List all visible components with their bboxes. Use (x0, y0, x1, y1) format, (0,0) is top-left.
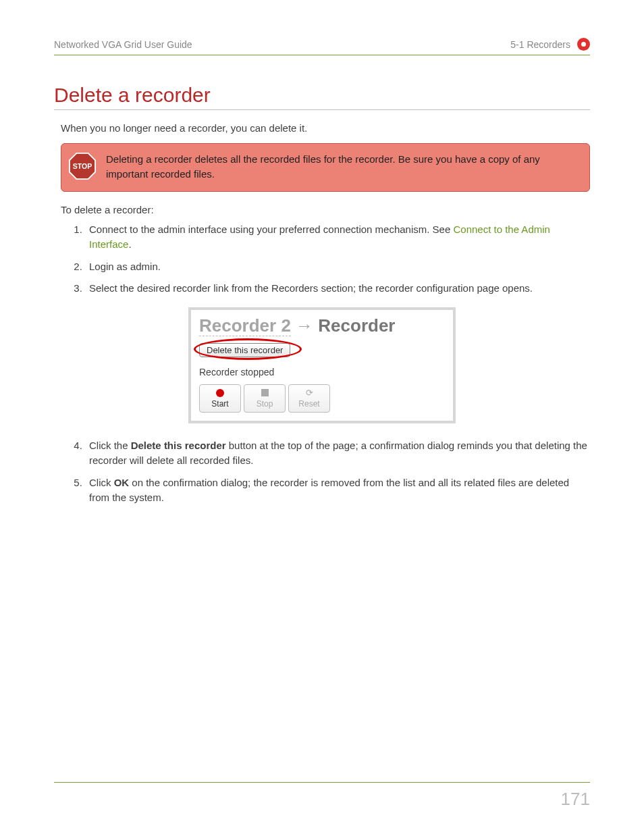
start-button[interactable]: Start (199, 384, 241, 413)
step-2: Login as admin. (85, 259, 590, 275)
record-icon (216, 388, 224, 398)
step-5-text-b: on the confirmation dialog; the recorder… (89, 477, 569, 504)
brand-logo-icon (577, 38, 590, 51)
recorder-status: Recorder stopped (199, 367, 441, 377)
step-1-text-a: Connect to the admin interface using you… (89, 224, 453, 235)
arrow-right-icon: → (296, 315, 313, 336)
page-title: Delete a recorder (54, 84, 590, 110)
page-number: 171 (561, 789, 590, 810)
header-left: Networked VGA Grid User Guide (54, 39, 192, 50)
procedure-list: Connect to the admin interface using you… (85, 222, 590, 296)
header-right: 5-1 Recorders (510, 39, 570, 50)
breadcrumb-part-2: Recorder (318, 315, 395, 336)
start-label: Start (211, 399, 228, 409)
step-4-text-a: Click the (89, 440, 131, 451)
warning-callout: STOP Deleting a recorder deletes all the… (61, 143, 590, 192)
warning-text: Deleting a recorder deletes all the reco… (106, 152, 579, 182)
step-1-text-b: . (128, 238, 131, 250)
procedure-list-continued: Click the Delete this recorder button at… (85, 438, 590, 506)
step-4-bold: Delete this recorder (131, 440, 226, 451)
delete-recorder-button[interactable]: Delete this recorder (199, 343, 290, 357)
recorder-controls: Start Stop ⟳ Reset (199, 384, 441, 413)
step-3: Select the desired recorder link from th… (85, 281, 590, 296)
procedure-lead: To delete a recorder: (61, 204, 590, 215)
reset-label: Reset (298, 399, 319, 409)
reset-icon: ⟳ (306, 388, 313, 398)
svg-text:STOP: STOP (73, 162, 92, 170)
step-5: Click OK on the confirmation dialog; the… (85, 475, 590, 506)
page-header: Networked VGA Grid User Guide 5-1 Record… (54, 38, 590, 55)
stop-label: Stop (257, 399, 273, 409)
breadcrumb-part-1: Recorder 2 (199, 315, 291, 336)
step-5-text-a: Click (89, 477, 114, 488)
stop-icon: STOP (68, 152, 97, 180)
breadcrumb: Recorder 2 → Recorder (199, 315, 441, 336)
embedded-screenshot: Recorder 2 → Recorder Delete this record… (188, 307, 456, 423)
intro-paragraph: When you no longer need a recorder, you … (61, 122, 590, 134)
step-4: Click the Delete this recorder button at… (85, 438, 590, 469)
footer-rule (54, 782, 590, 783)
step-1: Connect to the admin interface using you… (85, 222, 590, 253)
reset-button[interactable]: ⟳ Reset (288, 384, 330, 413)
stop-square-icon (261, 388, 269, 398)
step-5-bold: OK (114, 477, 130, 488)
stop-button[interactable]: Stop (244, 384, 286, 413)
